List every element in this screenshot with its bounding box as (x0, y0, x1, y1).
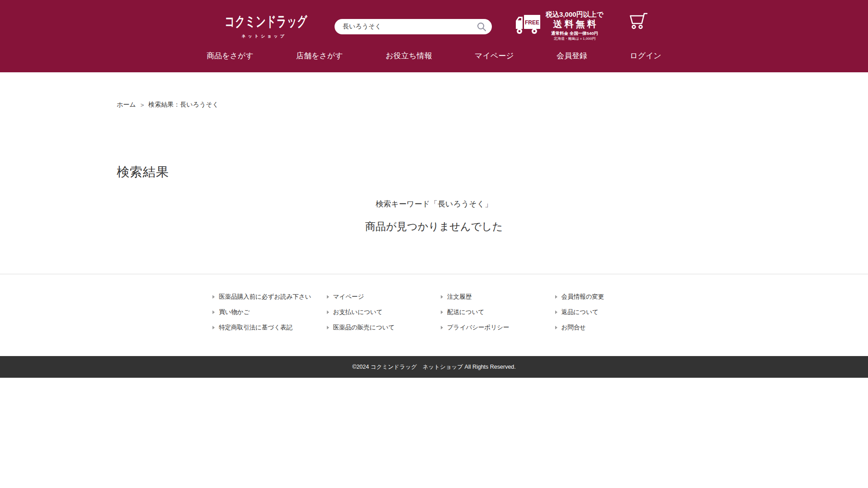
footer-link-label: マイページ (333, 293, 364, 301)
footer-link-returns[interactable]: 返品について (555, 308, 599, 316)
footer-link-commercial-law[interactable]: 特定商取引法に基づく表記 (212, 324, 292, 332)
arrow-right-icon (212, 310, 215, 314)
site-header: コクミンドラッグ ネットショップ FREE (0, 0, 868, 72)
footer-link-order-history[interactable]: 注文履歴 (441, 293, 472, 301)
footer-link-label: 医薬品購入前に必ずお読み下さい (219, 293, 311, 301)
main-content: ホーム > 検索結果：長いろうそく 検索結果 検索キーワード「長いろうそく」 商… (0, 72, 868, 274)
footer-link-label: 配送について (447, 308, 484, 316)
truck-icon: FREE (515, 14, 541, 35)
nav-item-mypage[interactable]: マイページ (475, 51, 514, 61)
search-input[interactable] (342, 23, 476, 31)
copyright-text: ©2024 コクミンドラッグ ネットショップ All Rights Reserv… (352, 363, 516, 371)
footer-link-label: 注文履歴 (447, 293, 472, 301)
logo-title: コクミンドラッグ (225, 12, 307, 31)
nav-item-search-products[interactable]: 商品をさがす (207, 51, 254, 61)
logo-subtitle: ネットショップ (225, 33, 303, 39)
footer-link-medicine-notice[interactable]: 医薬品購入前に必ずお読み下さい (212, 293, 311, 301)
arrow-right-icon (555, 326, 557, 329)
footer-link-medicine-sales[interactable]: 医薬品の販売について (327, 324, 395, 332)
shipping-remote-note: 北海道・離島は＋1,000円 (542, 37, 607, 41)
free-shipping-text: 税込3,000円以上で 送料無料 通常料金 全国一律540円 北海道・離島は＋1… (542, 10, 607, 41)
page-title: 検索結果 (117, 164, 751, 181)
footer-link-label: お問合せ (561, 324, 586, 332)
breadcrumb-home-link[interactable]: ホーム (117, 101, 136, 109)
free-shipping-banner: FREE (515, 14, 541, 37)
cart-icon (628, 12, 648, 30)
footer-link-member-info[interactable]: 会員情報の変更 (555, 293, 604, 301)
footer-link-label: 特定商取引法に基づく表記 (219, 324, 292, 332)
logo-link[interactable]: コクミンドラッグ ネットショップ (225, 12, 343, 39)
footer-link-mypage[interactable]: マイページ (327, 293, 364, 301)
shipping-fee-note: 通常料金 全国一律540円 (542, 31, 607, 36)
search-bar (335, 19, 492, 34)
arrow-right-icon (441, 310, 443, 314)
footer-link-label: プライバシーポリシー (447, 324, 509, 332)
footer-link-label: 医薬品の販売について (333, 324, 395, 332)
main-nav: 商品をさがす 店舗をさがす お役立ち情報 マイページ 会員登録 ログイン (207, 51, 661, 61)
footer-column-1: 医薬品購入前に必ずお読み下さい 買い物かご 特定商取引法に基づく表記 (212, 292, 327, 338)
nav-item-register[interactable]: 会員登録 (557, 51, 587, 61)
cart-button[interactable] (628, 12, 648, 32)
site-footer: 医薬品購入前に必ずお読み下さい 買い物かご 特定商取引法に基づく表記 マイページ… (0, 274, 868, 356)
nav-item-useful-info[interactable]: お役立ち情報 (386, 51, 432, 61)
arrow-right-icon (327, 295, 329, 299)
search-keyword-text: 検索キーワード「長いろうそく」 (117, 199, 751, 209)
breadcrumb: ホーム > 検索結果：長いろうそく (117, 72, 751, 109)
footer-column-2: マイページ お支払いについて 医薬品の販売について (327, 292, 441, 338)
arrow-right-icon (327, 310, 329, 314)
nav-item-find-stores[interactable]: 店舗をさがす (296, 51, 343, 61)
footer-links: 医薬品購入前に必ずお読み下さい 買い物かご 特定商取引法に基づく表記 マイページ… (199, 274, 669, 338)
footer-link-label: 買い物かご (219, 308, 250, 316)
no-results-message: 商品が見つかりませんでした (117, 220, 751, 234)
footer-column-4: 会員情報の変更 返品について お問合せ (555, 292, 670, 338)
copyright-bar: ©2024 コクミンドラッグ ネットショップ All Rights Reserv… (0, 356, 868, 378)
footer-link-label: 返品について (561, 308, 599, 316)
free-shipping-label: 送料無料 (542, 19, 607, 29)
truck-free-badge: FREE (525, 19, 539, 26)
shipping-threshold-text: 税込3,000円以上で (542, 10, 607, 18)
footer-link-cart[interactable]: 買い物かご (212, 308, 250, 316)
search-button[interactable] (476, 21, 487, 33)
footer-link-shipping[interactable]: 配送について (441, 308, 484, 316)
breadcrumb-separator: > (141, 102, 144, 108)
nav-item-login[interactable]: ログイン (630, 51, 661, 61)
footer-link-contact[interactable]: お問合せ (555, 324, 586, 332)
header-inner: コクミンドラッグ ネットショップ FREE (206, 0, 662, 72)
footer-link-label: 会員情報の変更 (561, 293, 604, 301)
footer-link-label: お支払いについて (333, 308, 383, 316)
arrow-right-icon (441, 295, 443, 299)
arrow-right-icon (327, 326, 329, 329)
arrow-right-icon (441, 326, 443, 329)
breadcrumb-current: 検索結果：長いろうそく (148, 101, 219, 109)
footer-link-privacy-policy[interactable]: プライバシーポリシー (441, 324, 509, 332)
arrow-right-icon (212, 295, 215, 299)
arrow-right-icon (212, 326, 215, 329)
footer-link-payment[interactable]: お支払いについて (327, 308, 383, 316)
footer-column-3: 注文履歴 配送について プライバシーポリシー (441, 292, 555, 338)
arrow-right-icon (555, 310, 557, 314)
arrow-right-icon (555, 295, 557, 299)
search-icon (476, 22, 486, 32)
